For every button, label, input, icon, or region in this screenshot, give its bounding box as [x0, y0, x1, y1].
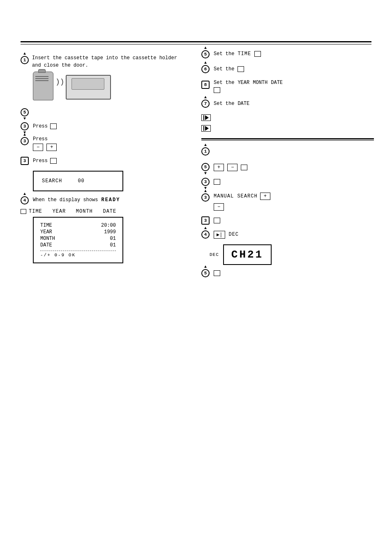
step-3b-block: ▲ 3 Press − +: [21, 136, 185, 151]
step-7r-text: Set the DATE: [214, 101, 249, 107]
top-rule-thin: [21, 44, 371, 44]
step-3c-block: 3 Press: [21, 157, 185, 165]
device-illustration: )))): [33, 72, 185, 102]
search-display: SEARCH 00: [33, 171, 123, 191]
step-3a-badge: ▼ 3: [21, 122, 29, 130]
search-value: 00: [78, 178, 84, 184]
step-3a-checkbox[interactable]: [50, 123, 57, 129]
step-3-s2-checkbox[interactable]: [214, 179, 220, 185]
date-label-7r: DATE: [238, 101, 249, 107]
tape-cartridge: [66, 75, 111, 100]
plus-button-s2[interactable]: +: [214, 164, 224, 171]
step-3a-block: ▼ 3 Press: [21, 122, 185, 130]
step-3-s2-text: [214, 179, 220, 185]
display-time-val: 20:00: [101, 223, 116, 228]
minus-button[interactable]: −: [33, 144, 43, 151]
plus-button[interactable]: +: [46, 144, 57, 151]
remote-device: )))): [33, 72, 58, 102]
ready-label: READY: [101, 197, 120, 203]
play-row-1: [201, 114, 374, 121]
step-3b-s2-block: ▲ 3 MANUAL SEARCH + −: [201, 193, 374, 211]
step-3c-s2-checkbox[interactable]: [214, 218, 220, 223]
step-5-s3-text: [214, 270, 220, 276]
display-date-label: DATE: [40, 242, 52, 248]
step-1-s2-badge: ▲ 1: [201, 147, 210, 156]
right-column: ▲ 5 Set the TIME ▲ 6 Set the 8 Set the Y…: [201, 49, 374, 283]
step-5r-checkbox[interactable]: [254, 51, 261, 57]
step-1-badge: ▲ 1: [21, 56, 29, 64]
plus-manual[interactable]: +: [260, 193, 270, 200]
play-icon-2: [201, 125, 211, 132]
step-6r-text: Set the: [214, 66, 244, 72]
ch-display-area: DEC CH21: [210, 244, 374, 265]
step-3b-badge: ▲ 3: [21, 137, 29, 145]
step-5-s3-block: ▲ 5: [201, 269, 374, 277]
minus-manual[interactable]: −: [214, 203, 224, 211]
time-checkbox: [21, 209, 26, 214]
search-label: SEARCH: [42, 178, 62, 184]
step-6r-badge: ▲ 6: [201, 65, 210, 73]
step-6r-block: ▲ 6 Set the: [201, 65, 374, 73]
step-3-s2-badge: ▼ 3: [201, 178, 210, 186]
play-row-2: [201, 125, 374, 132]
step-7r-block: ▲ 7 Set the DATE: [201, 100, 374, 108]
step-3b-s2-badge: ▲ 3: [201, 193, 210, 202]
step-3c-checkbox[interactable]: [50, 158, 57, 164]
main-display: TIME 20:00 YEAR 1999 MONTH 01 DATE 01 -/…: [33, 217, 123, 263]
dec-label-4: DEC: [228, 232, 239, 237]
display-month-label: MONTH: [40, 236, 55, 242]
step-5r-block: ▲ 5 Set the TIME: [201, 49, 374, 58]
step-3c-badge: 3: [21, 157, 29, 165]
step-5-left-block: ▼ 5: [21, 107, 185, 116]
skip-button[interactable]: ▶|: [214, 231, 225, 239]
step-5-s3-badge: ▲ 5: [201, 269, 210, 277]
step-3c-s2-block: 3: [201, 216, 374, 225]
step-5-s2-badge: ▼ 5: [201, 163, 210, 171]
step-1-block: ▲ 1 Insert the cassette tape into the ca…: [21, 49, 185, 102]
step-5-s2-text: + −: [214, 162, 247, 171]
step-3c-text: Press: [33, 158, 57, 164]
year-label-r: YEAR: [238, 80, 249, 86]
step-4-block: ▲ 4 When the display shows READY: [21, 195, 185, 204]
manual-search-label: MANUAL SEARCH: [214, 193, 258, 199]
display-time-label: TIME: [40, 223, 52, 228]
step-4-badge: ▲ 4: [21, 196, 29, 204]
section-sep-thick: [201, 138, 374, 139]
step-8r-checkbox[interactable]: [214, 87, 220, 93]
step-3c-s2-badge: 3: [201, 216, 210, 225]
date-label-r: DATE: [271, 80, 283, 86]
display-year-val: 1999: [104, 229, 116, 235]
step-5-s3-checkbox[interactable]: [214, 270, 220, 276]
minus-button-s2[interactable]: −: [227, 164, 238, 171]
step-4-s2-block: ▲ 4 ▶| DEC: [201, 230, 374, 239]
step-7r-badge: ▲ 7: [201, 100, 210, 108]
time-year-month-date-label: TIME YEAR MONTH DATE: [29, 209, 116, 214]
step-5-s2-checkbox[interactable]: [241, 165, 247, 170]
time-year-month-date-row: TIME YEAR MONTH DATE: [21, 209, 185, 214]
top-rule-thick: [21, 41, 371, 42]
step-4-s2-text: ▶| DEC: [214, 231, 239, 239]
step-3b-text: Press − +: [33, 136, 57, 151]
display-bottom-row: -/+ 0-9 OK: [40, 253, 116, 258]
section-sep-thin: [201, 140, 374, 141]
step-1-text: Insert the cassette tape into the casset…: [32, 54, 185, 69]
step-6r-checkbox[interactable]: [238, 66, 244, 72]
step-3b-s2-text: MANUAL SEARCH + −: [214, 193, 283, 211]
step-4-s2-badge: ▲ 4: [201, 230, 210, 239]
play-icon-1: [201, 114, 211, 121]
step-8r-badge: 8: [201, 81, 210, 89]
step-3-s2-block: ▼ 3: [201, 178, 374, 186]
step-5-badge: ▼ 5: [21, 108, 29, 116]
month-label-r: MONTH: [253, 80, 267, 86]
step-5-s2-block: ▼ 5 + −: [201, 162, 374, 171]
left-column: ▲ 1 Insert the cassette tape into the ca…: [21, 49, 185, 265]
step-5r-text: Set the TIME: [214, 51, 261, 57]
step-3c-s2-text: [214, 218, 220, 223]
display-year-label: YEAR: [40, 229, 52, 235]
display-month-val: 01: [110, 236, 116, 242]
time-label-r: TIME: [238, 51, 251, 57]
step-4-text: When the display shows READY: [33, 197, 185, 203]
ch-display: CH21: [223, 244, 272, 265]
step-8r-block: 8 Set the YEAR MONTH DATE: [201, 80, 374, 93]
step-3a-text: Press: [33, 123, 57, 129]
